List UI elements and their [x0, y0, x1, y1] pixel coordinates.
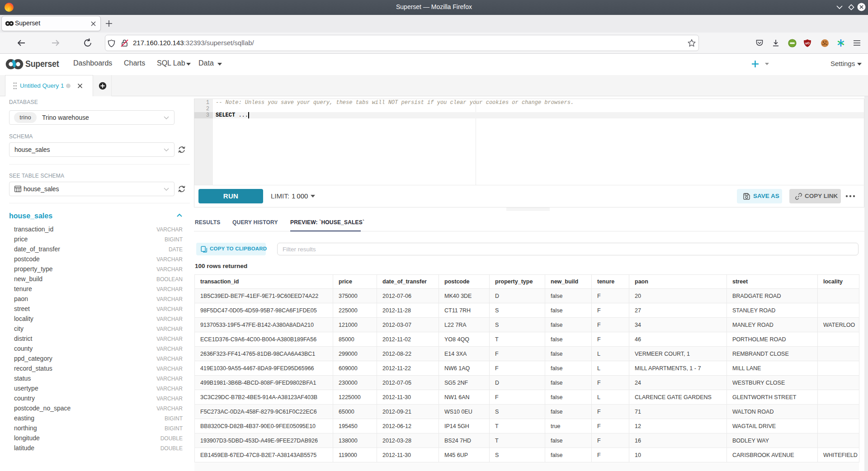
svg-text:uO: uO: [805, 42, 810, 45]
